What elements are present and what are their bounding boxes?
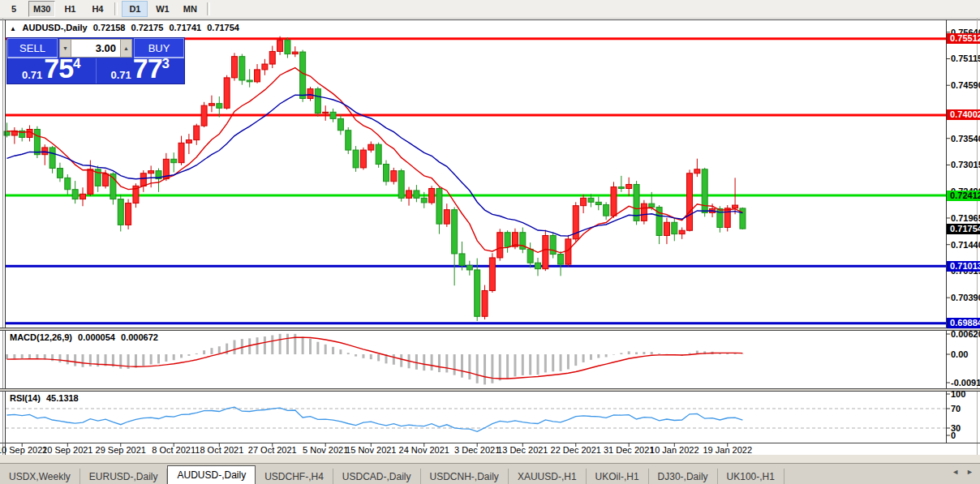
collapse-panel-icon[interactable]: ▲	[10, 25, 16, 32]
rsi-axis-tick: 70	[951, 404, 961, 413]
rsi-value: 45.1318	[46, 393, 79, 403]
volume-input[interactable]	[71, 39, 120, 58]
time-axis-label: 10 Jan 2022	[650, 445, 699, 455]
sell-price-big: 75	[44, 54, 73, 82]
price-axis-tick: 0.73015	[951, 160, 980, 169]
toolbar-separator	[114, 2, 118, 15]
rsi-axis-tick: 100	[951, 389, 965, 399]
tabs-scroll-left-icon[interactable]: ◄	[952, 468, 959, 476]
timeframe-button-m30[interactable]: M30	[28, 1, 55, 17]
price-axis-tick: 0.73540	[951, 134, 980, 143]
time-axis-label: 8 Oct 2021	[152, 445, 196, 455]
time-axis-label: 3 Dec 2021	[454, 445, 500, 455]
rsi-indicator-label: RSI(14) 45.1318	[10, 393, 82, 403]
sell-price[interactable]: 0.71 75 4	[7, 58, 96, 84]
price-axis-badge: 0.75512	[947, 33, 980, 44]
low-value: 0.71741	[169, 23, 201, 32]
chart-tab-usdcnh-daily[interactable]: USDCNH-,Daily	[421, 469, 509, 484]
macd-name: MACD(12,26,9)	[10, 332, 72, 342]
chart-tab-eurusd-daily[interactable]: EURUSD-,Daily	[80, 469, 168, 484]
timeframe-button-h4[interactable]: H4	[84, 1, 110, 17]
time-axis-label: 5 Nov 2021	[303, 445, 348, 455]
macd-main-value: 0.000054	[78, 332, 115, 342]
chart-tab-usdcad-daily[interactable]: USDCAD-,Daily	[333, 469, 421, 484]
chart-tab-dj30-daily[interactable]: DJ30-,Daily	[649, 469, 718, 484]
volume-increase-button[interactable]: ▲	[120, 39, 132, 58]
time-axis-label: 24 Nov 2021	[399, 445, 449, 455]
triangle-down-icon: ▼	[62, 45, 68, 51]
rsi-name: RSI(14)	[10, 393, 41, 403]
tab-scroll-nav: ◄ ►	[952, 468, 974, 476]
price-axis-badge: 0.71754	[947, 224, 980, 234]
time-axis-label: 10 Sep 2021	[0, 445, 47, 455]
close-value: 0.71754	[207, 23, 239, 32]
tabs-scroll-right-icon[interactable]: ►	[966, 468, 974, 476]
price-axis-badge: 0.72412	[947, 191, 980, 201]
buy-price-sup: 3	[162, 57, 170, 71]
price-axis-tick: 0.74590	[951, 80, 980, 90]
macd-axis-tick: -0.00919	[951, 378, 980, 388]
buy-price-prefix: 0.71	[110, 70, 131, 80]
high-value: 0.72175	[131, 23, 164, 32]
chart-tab-bar: USDX,WeeklyEURUSD-,DailyAUDUSD-,DailyUSD…	[0, 463, 980, 484]
price-axis-tick: 0.75115	[951, 54, 980, 63]
time-axis-label: 18 Oct 2021	[195, 445, 243, 455]
one-click-trading-panel: SELL ▼ ▲ BUY 0.71 75 4 0.71 77 3	[6, 37, 185, 84]
time-axis-label: 20 Sep 2021	[42, 445, 92, 455]
sell-price-prefix: 0.71	[22, 70, 42, 80]
timeframe-button-w1[interactable]: W1	[149, 1, 175, 17]
price-axis-tick: 0.70390	[951, 293, 980, 302]
triangle-up-icon: ▲	[123, 45, 129, 51]
chart-tab-ukoil-h1[interactable]: UKOil-,H1	[587, 469, 649, 484]
time-axis-label: 15 Nov 2021	[346, 445, 396, 455]
time-axis-label: 29 Sep 2021	[96, 445, 146, 455]
chart-tab-xauusd-h1[interactable]: XAUUSD-,H1	[509, 469, 587, 484]
macd-axis-tick: 0.006201	[951, 329, 980, 339]
symbol-label: AUDUSD-,Daily	[23, 23, 88, 32]
time-axis-label: 22 Dec 2021	[551, 445, 601, 455]
timeframe-button-5[interactable]: 5	[1, 1, 27, 17]
timeframe-toolbar: 5M30H1H4D1W1MN	[0, 0, 980, 19]
sell-price-sup: 4	[73, 57, 80, 71]
timeframe-button-h1[interactable]: H1	[57, 1, 83, 17]
mt4-window: 5M30H1H4D1W1MN ▲ AUDUSD-,Daily 0.72158 0…	[0, 0, 980, 484]
macd-axis-tick: 0.00	[951, 349, 968, 359]
chart-ohlc-header: ▲ AUDUSD-,Daily 0.72158 0.72175 0.71741 …	[10, 23, 243, 32]
time-axis-label: 31 Dec 2021	[604, 445, 654, 455]
time-axis-label: 19 Jan 2022	[703, 445, 752, 455]
chart-tab-usdx-weekly[interactable]: USDX,Weekly	[0, 469, 80, 484]
macd-indicator-label: MACD(12,26,9) 0.000054 0.000672	[10, 332, 161, 342]
time-axis-label: 13 Dec 2021	[497, 445, 548, 455]
price-axis-badge: 0.74002	[947, 109, 980, 120]
chart-tab-audusd-daily[interactable]: AUDUSD-,Daily	[167, 465, 256, 484]
timeframe-button-d1[interactable]: D1	[122, 1, 148, 17]
chart-tab-uk100-h1[interactable]: UK100-,H1	[718, 469, 784, 484]
price-axis-tick: 0.71965	[951, 213, 980, 223]
price-axis-badge: 0.71013	[947, 261, 980, 272]
chart-tab-usdchf-h4[interactable]: USDCHF-,H4	[256, 469, 333, 484]
macd-signal-value: 0.000672	[121, 332, 158, 342]
timeframe-button-mn[interactable]: MN	[177, 1, 203, 17]
open-value: 0.72158	[93, 23, 126, 32]
rsi-axis-tick: 0	[951, 430, 956, 440]
bottom-strip	[0, 455, 980, 463]
buy-price-big: 77	[133, 54, 162, 82]
buy-price[interactable]: 0.71 77 3	[96, 58, 185, 84]
price-axis-tick: 0.71440	[951, 240, 980, 250]
price-axis-badge: 0.69884	[947, 318, 980, 328]
time-axis-label: 27 Oct 2021	[248, 445, 297, 455]
toolbar-separator	[207, 2, 210, 15]
